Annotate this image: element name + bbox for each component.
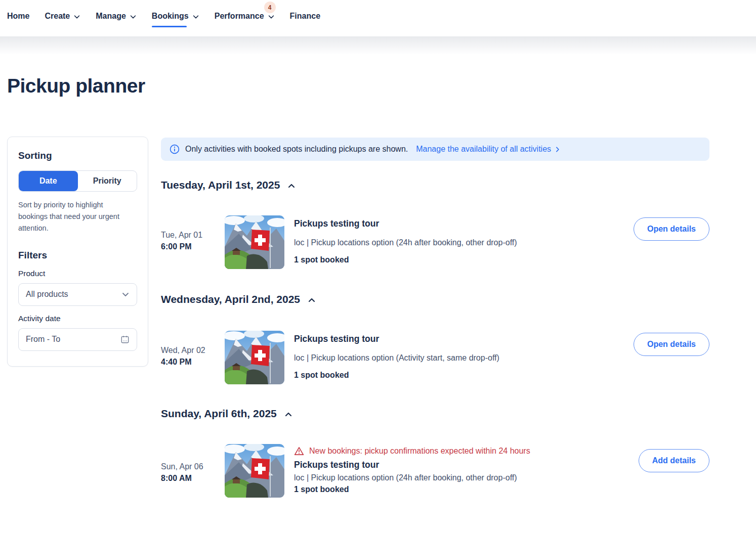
sorting-segmented-control: Date Priority (18, 170, 137, 192)
activity-thumbnail (225, 331, 284, 384)
sort-by-date-button[interactable]: Date (19, 171, 78, 191)
booking-row: Tue, Apr 01 6:00 PM Pickups testing tour… (161, 215, 710, 269)
banner-message: Only activities with booked spots includ… (185, 145, 408, 154)
nav-item-finance[interactable]: Finance (290, 12, 320, 21)
nav-label: Home (7, 12, 29, 21)
chevron-right-icon (554, 146, 561, 153)
manage-availability-link[interactable]: Manage the availability of all activitie… (416, 145, 561, 154)
header-shadow (0, 36, 756, 55)
spots-booked: 1 spot booked (294, 255, 619, 264)
chevron-down-icon (130, 13, 137, 20)
add-details-button[interactable]: Add details (639, 449, 709, 472)
nav-item-manage[interactable]: Manage (96, 12, 137, 21)
date-section-header[interactable]: Tuesday, April 1st, 2025 (161, 179, 296, 191)
product-select[interactable]: All products (18, 283, 137, 306)
booking-row: Wed, Apr 02 4:40 PM Pickups testing tour… (161, 331, 710, 384)
chevron-down-icon (121, 290, 130, 298)
open-details-button[interactable]: Open details (634, 333, 709, 356)
date-section-label: Wednesday, April 2nd, 2025 (161, 293, 300, 305)
pickup-option-description: loc | Pickup locations option (24h after… (294, 238, 619, 247)
sorting-help-text: Sort by priority to highlight bookings t… (18, 199, 134, 235)
pickup-planner-content: Only activities with booked spots includ… (161, 138, 710, 522)
sidebar-filters-panel: Sorting Date Priority Sort by priority t… (7, 137, 148, 367)
chevron-up-icon (284, 411, 292, 419)
top-navigation: Home Create Manage Bookings Performance … (0, 0, 756, 32)
booking-datetime: Sun, Apr 06 8:00 AM (161, 444, 225, 498)
booking-time: 8:00 AM (161, 474, 225, 483)
calendar-icon (120, 335, 130, 344)
spots-booked: 1 spot booked (294, 371, 619, 380)
row-actions: Open details (634, 333, 709, 356)
nav-label: Bookings (152, 12, 189, 21)
activity-thumbnail (225, 215, 284, 269)
nav-label: Finance (290, 12, 320, 21)
row-actions: Add details (639, 449, 709, 472)
nav-item-create[interactable]: Create (45, 12, 80, 21)
activity-date-range-input[interactable]: From - To (18, 328, 137, 351)
nav-label: Create (45, 12, 70, 21)
activity-date-label: Activity date (18, 314, 137, 323)
nav-item-bookings[interactable]: Bookings (152, 12, 199, 21)
nav-label: Manage (96, 12, 126, 21)
activity-thumbnail (225, 444, 284, 498)
product-filter-label: Product (18, 269, 137, 278)
warning-triangle-icon (294, 446, 304, 456)
info-icon (170, 144, 180, 154)
chevron-up-icon (308, 296, 316, 304)
notification-badge: 4 (264, 2, 276, 13)
date-section-header[interactable]: Wednesday, April 2nd, 2025 (161, 293, 316, 305)
filters-heading: Filters (18, 250, 137, 261)
date-section-header[interactable]: Sunday, April 6th, 2025 (161, 408, 292, 420)
product-select-value: All products (26, 290, 68, 299)
booking-day: Sun, Apr 06 (161, 462, 225, 471)
info-banner: Only activities with booked spots includ… (161, 138, 709, 161)
nav-label: Performance (215, 12, 264, 21)
banner-link-label: Manage the availability of all activitie… (416, 145, 551, 154)
chevron-down-icon (192, 13, 199, 20)
booking-time: 4:40 PM (161, 358, 225, 367)
date-section-label: Sunday, April 6th, 2025 (161, 408, 277, 420)
row-actions: Open details (634, 217, 709, 241)
activity-title: Pickups testing tour (294, 460, 619, 470)
booking-datetime: Tue, Apr 01 6:00 PM (161, 215, 225, 269)
page-title: Pickup planner (7, 75, 145, 97)
chevron-down-icon (268, 13, 275, 20)
date-section-label: Tuesday, April 1st, 2025 (161, 179, 280, 191)
nav-item-performance[interactable]: Performance 4 (215, 12, 275, 21)
open-details-button[interactable]: Open details (634, 217, 709, 241)
chevron-up-icon (287, 182, 296, 190)
nav-item-home[interactable]: Home (7, 12, 29, 21)
pickup-warning: New bookings: pickup confirmations expec… (294, 446, 619, 456)
activity-title: Pickups testing tour (294, 218, 619, 229)
chevron-down-icon (73, 13, 80, 20)
sorting-heading: Sorting (18, 150, 137, 161)
sort-by-priority-button[interactable]: Priority (78, 171, 137, 191)
spots-booked: 1 spot booked (294, 485, 619, 494)
pickup-option-description: loc | Pickup locations option (24h after… (294, 473, 619, 482)
booking-row: Sun, Apr 06 8:00 AM New bookings: pickup… (161, 444, 710, 498)
date-range-placeholder: From - To (26, 335, 60, 344)
booking-day: Tue, Apr 01 (161, 231, 225, 240)
activity-title: Pickups testing tour (294, 334, 619, 344)
warning-text: New bookings: pickup confirmations expec… (309, 447, 530, 456)
booking-datetime: Wed, Apr 02 4:40 PM (161, 331, 225, 384)
booking-time: 6:00 PM (161, 242, 225, 251)
pickup-option-description: loc | Pickup locations option (Activity … (294, 353, 619, 363)
booking-day: Wed, Apr 02 (161, 346, 225, 355)
